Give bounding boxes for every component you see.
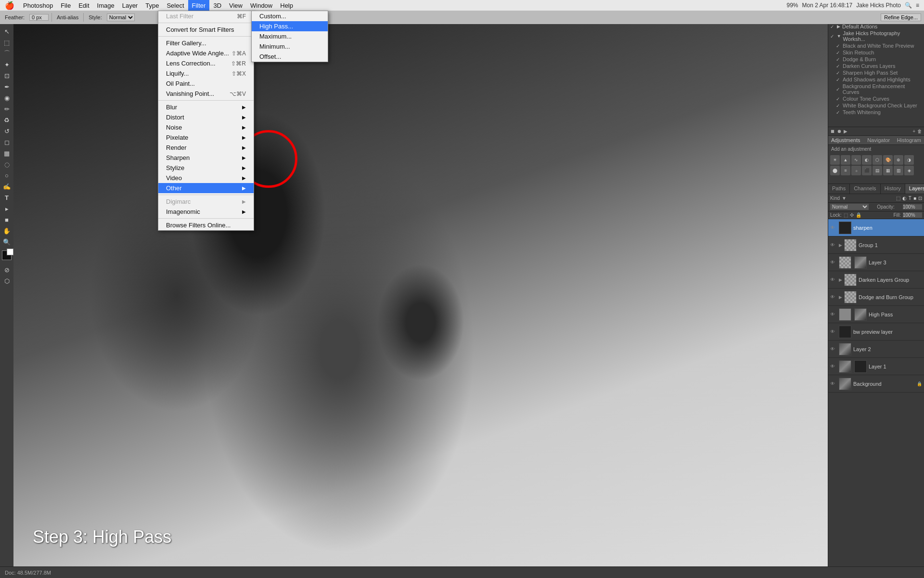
menu-edit[interactable]: Edit — [75, 0, 93, 11]
menu-file[interactable]: File — [57, 0, 75, 11]
layer-row[interactable]: 👁 Layer 1 — [828, 358, 924, 375]
fill-input[interactable] — [903, 212, 922, 218]
action-item[interactable]: ✓ Add Shadows and Highlights — [828, 76, 924, 83]
history-brush-tool[interactable]: ↺ — [1, 126, 12, 136]
channel-mixer-adj-icon[interactable]: ≡ — [841, 166, 850, 175]
more-icon[interactable]: ≡ — [916, 2, 919, 9]
stylize-item[interactable]: Stylize▶ — [158, 163, 254, 173]
filter-gallery-item[interactable]: Filter Gallery... — [158, 38, 254, 48]
convert-smart-filters-item[interactable]: Convert for Smart Filters — [158, 25, 254, 35]
minimum-item[interactable]: Minimum... — [252, 41, 328, 52]
layer-row[interactable]: 👁 Layer 2 — [828, 341, 924, 358]
history-tab[interactable]: History — [881, 184, 905, 194]
menu-3d[interactable]: 3D — [209, 0, 225, 11]
layer-row[interactable]: 👁 Layer 3 — [828, 254, 924, 271]
layer-row[interactable]: 👁 High Pass — [828, 306, 924, 323]
bw-adj-icon[interactable]: ◑ — [904, 155, 914, 165]
menu-filter[interactable]: Filter — [188, 0, 210, 11]
blend-mode-select[interactable]: Normal — [830, 204, 869, 210]
shape-tool[interactable]: ■ — [1, 214, 12, 225]
offset-item[interactable]: Offset... — [252, 52, 328, 62]
delete-action-icon[interactable]: 🗑 — [917, 129, 922, 134]
layer-row[interactable]: 👁 ▶ Dodge and Burn Group — [828, 289, 924, 306]
type-layer-icon[interactable]: T — [909, 196, 911, 201]
dodge-tool[interactable]: ○ — [1, 170, 12, 181]
lock-pixels-icon[interactable]: ⬚ — [844, 212, 848, 218]
photo-filter-adj-icon[interactable]: ⬤ — [830, 166, 840, 175]
layer-visibility-icon[interactable]: 👁 — [830, 364, 837, 369]
type-tool[interactable]: T — [1, 192, 12, 203]
layer-visibility-icon[interactable]: 👁 — [830, 260, 837, 265]
custom-item[interactable]: Custom... — [252, 11, 328, 21]
action-item[interactable]: ✓ ▶ Default Actions — [828, 23, 924, 30]
spot-heal-tool[interactable]: ◉ — [1, 92, 12, 103]
menu-type[interactable]: Type — [141, 0, 163, 11]
menu-window[interactable]: Window — [246, 0, 276, 11]
clone-tool[interactable]: ♻ — [1, 115, 12, 125]
move-tool[interactable]: ↖ — [1, 26, 12, 37]
navigator-tab[interactable]: Navigator — [867, 137, 890, 143]
hue-sat-adj-icon[interactable]: 🎨 — [883, 155, 893, 165]
play-action-icon[interactable]: ▶ — [844, 129, 847, 134]
gradient-tool[interactable]: ▦ — [1, 148, 12, 158]
layer-visibility-icon[interactable]: 👁 — [830, 277, 837, 282]
action-item[interactable]: ✓ Sharpen High Pass Set — [828, 69, 924, 76]
action-item[interactable]: ✓ Colour Tone Curves — [828, 95, 924, 102]
color-lookup-adj-icon[interactable]: ⬦ — [851, 166, 861, 175]
layer-visibility-icon[interactable]: 👁 — [830, 294, 837, 300]
refine-edge-button[interactable]: Refine Edge... — [881, 13, 921, 21]
render-item[interactable]: Render▶ — [158, 143, 254, 153]
levels-adj-icon[interactable]: ▲ — [841, 155, 850, 165]
menu-help[interactable]: Help — [276, 0, 297, 11]
group-expand-icon[interactable]: ▶ — [839, 295, 842, 300]
channels-tab[interactable]: Channels — [850, 184, 880, 194]
oil-paint-item[interactable]: Oil Paint... — [158, 79, 254, 89]
lock-position-icon[interactable]: ✣ — [850, 212, 854, 218]
magic-wand-tool[interactable]: ✦ — [1, 59, 12, 70]
action-item[interactable]: ✓ Teeth Whitening — [828, 109, 924, 116]
action-item[interactable]: ✓ Background Enhancement Curves — [828, 83, 924, 95]
action-item[interactable]: ✓ Darken Curves Layers — [828, 63, 924, 69]
kind-dropdown[interactable]: ▼ — [842, 196, 847, 201]
layer-visibility-icon[interactable]: 👁 — [830, 329, 837, 334]
sharpen-item[interactable]: Sharpen▶ — [158, 153, 254, 163]
pixel-layer-icon[interactable]: ⬚ — [896, 196, 900, 201]
vanishing-point-item[interactable]: Vanishing Point... ⌥⌘V — [158, 89, 254, 99]
opacity-input[interactable] — [903, 204, 922, 210]
action-item[interactable]: ✓ Black and White Tone Preview — [828, 42, 924, 49]
gradient-map-adj-icon[interactable]: ▥ — [894, 166, 903, 175]
exposure-adj-icon[interactable]: ◐ — [862, 155, 872, 165]
smart-layer-icon[interactable]: ⊡ — [918, 196, 922, 201]
action-item[interactable]: ✓ White Background Check Layer — [828, 102, 924, 109]
browse-filters-item[interactable]: Browse Filters Online... — [158, 220, 254, 230]
layer-row[interactable]: 👁 ▶ Group 1 — [828, 236, 924, 254]
layer-row[interactable]: 👁 bw preview layer — [828, 323, 924, 341]
action-item[interactable]: ✓ ▼ Jake Hicks Photography Worksh... — [828, 30, 924, 42]
layers-tab[interactable]: Layers — [905, 184, 924, 194]
foreground-color[interactable] — [2, 250, 12, 260]
pen-tool[interactable]: ✍ — [1, 181, 12, 192]
crop-tool[interactable]: ⊡ — [1, 70, 12, 81]
eyedropper-tool[interactable]: ✒ — [1, 81, 12, 92]
menu-photoshop[interactable]: Photoshop — [19, 0, 57, 11]
zoom-tool[interactable]: 🔍 — [1, 236, 12, 247]
layer-row[interactable]: 👁 Background 🔒 — [828, 375, 924, 393]
distort-item[interactable]: Distort▶ — [158, 112, 254, 122]
layer-visibility-icon[interactable]: 👁 — [830, 346, 837, 352]
menu-image[interactable]: Image — [93, 0, 118, 11]
layer-row[interactable]: 👁 sharpen — [828, 219, 924, 236]
lens-correction-item[interactable]: Lens Correction... ⇧⌘R — [158, 58, 254, 68]
action-item[interactable]: ✓ Dodge & Burn — [828, 56, 924, 63]
eraser-tool[interactable]: ◻ — [1, 137, 12, 147]
posterize-adj-icon[interactable]: ▤ — [873, 166, 882, 175]
record-action-icon[interactable]: ⏺ — [837, 129, 842, 134]
layer-row[interactable]: 👁 ▶ Darken Layers Group — [828, 271, 924, 289]
layer-visibility-icon[interactable]: 👁 — [830, 312, 837, 317]
adaptive-wide-angle-item[interactable]: Adaptive Wide Angle... ⇧⌘A — [158, 48, 254, 58]
screen-mode-tool[interactable]: ⬡ — [1, 276, 12, 286]
shape-layer-icon[interactable]: ■ — [913, 196, 916, 201]
threshold-adj-icon[interactable]: ▦ — [883, 166, 893, 175]
menu-select[interactable]: Select — [163, 0, 188, 11]
brightness-adj-icon[interactable]: ☀ — [830, 155, 840, 165]
layer-visibility-icon[interactable]: 👁 — [830, 242, 837, 248]
